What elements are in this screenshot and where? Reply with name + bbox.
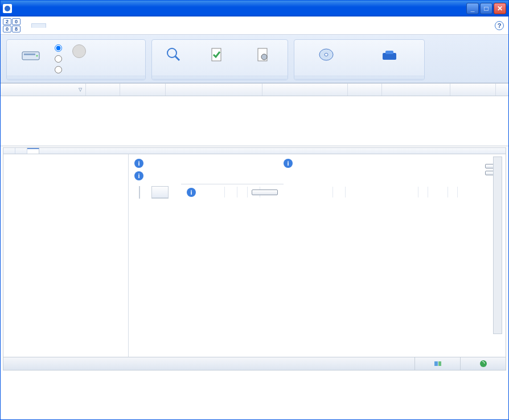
svg-rect-12 (385, 51, 393, 54)
tree-pane[interactable] (3, 154, 129, 357)
radio-smartplacement[interactable] (55, 44, 64, 52)
svg-rect-6 (212, 48, 221, 61)
radio-defragonly[interactable] (55, 66, 64, 73)
tab-performance[interactable] (15, 148, 27, 154)
ribbon-group-label (152, 76, 288, 80)
drive-properties-button[interactable] (298, 43, 355, 68)
ribbon-group-advanced (151, 39, 288, 80)
window-titlebar: _ □ ✕ (1, 1, 508, 17)
grid-header: ▽ (1, 84, 508, 96)
summary-block: i i i (129, 154, 506, 205)
tab-drivemap[interactable] (3, 148, 15, 154)
svg-point-4 (167, 48, 176, 57)
col-name[interactable]: ▽ (1, 84, 86, 96)
maximize-button[interactable]: □ (480, 3, 492, 14)
tray-icon-2[interactable] (460, 357, 506, 370)
info-icon: i (134, 171, 143, 180)
col-type[interactable] (86, 84, 120, 96)
next-step-bar: i (181, 184, 284, 200)
table-header (152, 187, 168, 198)
close-button[interactable]: ✕ (494, 3, 506, 14)
stop-button (68, 43, 91, 60)
stop-icon (72, 44, 86, 58)
col-status[interactable] (120, 84, 166, 96)
col-lastdefrag[interactable] (166, 84, 262, 96)
status-bar (3, 357, 506, 370)
drive-icon (22, 46, 40, 64)
analyze-button[interactable] (155, 43, 191, 68)
drive-grid: ▽ (1, 83, 508, 146)
whole-drive-button[interactable] (10, 43, 51, 68)
svg-rect-14 (438, 361, 441, 366)
system-files-button[interactable] (241, 43, 284, 68)
col-frag[interactable] (450, 84, 496, 96)
col-boot[interactable] (348, 84, 382, 96)
ribbon (1, 35, 508, 83)
ribbon-group-label (294, 76, 424, 80)
start-button[interactable] (252, 190, 278, 195)
svg-point-8 (261, 54, 267, 60)
tab-virtual[interactable] (73, 24, 87, 27)
svg-point-0 (5, 6, 10, 11)
tab-defrag[interactable] (31, 23, 46, 28)
stat-table-2 (151, 186, 169, 199)
file-gear-icon (253, 46, 272, 64)
app-icon (3, 4, 12, 13)
tab-resources[interactable] (87, 24, 101, 27)
logo-2008: 2008 (3, 18, 22, 33)
ribbon-group-options (294, 39, 425, 80)
lower-tabs (3, 148, 506, 154)
magnifier-icon (165, 46, 183, 64)
tab-autopilot[interactable] (46, 24, 60, 27)
ribbon-group-label (7, 76, 145, 80)
svg-line-5 (175, 56, 179, 60)
tray-icon-1[interactable] (414, 357, 460, 370)
svg-point-10 (325, 53, 328, 56)
scrollbar[interactable] (493, 157, 502, 205)
tab-analysis-results[interactable] (27, 148, 39, 154)
svg-rect-13 (434, 361, 438, 366)
col-nextrun[interactable] (262, 84, 348, 96)
toolbox-icon (380, 46, 399, 64)
radio-consolidate[interactable] (55, 55, 64, 63)
perfectdisk-settings-button[interactable] (358, 43, 421, 68)
svg-point-15 (480, 360, 487, 367)
minimize-button[interactable]: _ (466, 3, 479, 14)
info-icon: i (187, 188, 196, 197)
col-size[interactable] (382, 84, 450, 96)
help-icon[interactable]: ? (495, 21, 504, 30)
detail-pane: i i i (129, 154, 506, 205)
disc-icon (317, 46, 335, 64)
top-menu-strip: 2008 ? (1, 17, 508, 35)
svg-point-3 (36, 55, 38, 57)
svg-rect-2 (24, 53, 35, 55)
lower-panel: i i i (3, 147, 506, 370)
info-icon: i (284, 159, 293, 168)
tab-freespace[interactable] (60, 24, 73, 27)
stat-table-1 (139, 186, 140, 199)
file-check-icon (207, 46, 225, 64)
selected-files-button[interactable] (195, 43, 237, 68)
grid-body[interactable] (1, 96, 508, 146)
ribbon-group-defrag (6, 39, 146, 80)
info-icon: i (134, 159, 143, 168)
